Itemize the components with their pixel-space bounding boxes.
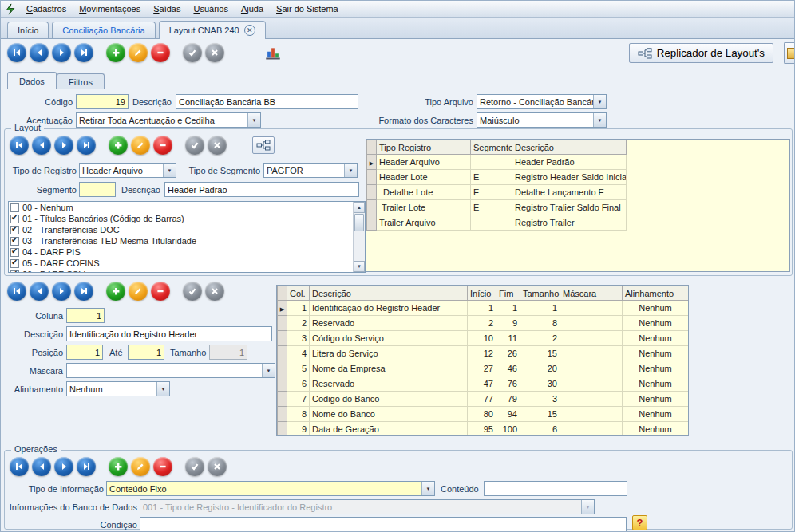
column-header[interactable]: Descrição xyxy=(512,140,627,155)
list-item[interactable]: 02 - Transferências DOC xyxy=(9,224,365,235)
main-nav-first-button[interactable] xyxy=(7,43,26,62)
segmento-input[interactable] xyxy=(79,182,116,197)
main-nav-next-button[interactable] xyxy=(52,43,71,62)
layout-confirm-button[interactable] xyxy=(185,136,204,155)
list-item[interactable]: 01 - Títulos Bancários (Código de Barras… xyxy=(9,213,365,224)
table-row[interactable]: Trailer ArquivoRegistro Trailer xyxy=(367,215,627,231)
table-row[interactable]: 6Reservado477630Nenhum xyxy=(278,376,689,392)
tab-conciliacao-bancaria[interactable]: Conciliação Bancária xyxy=(52,22,155,38)
layout-delete-button[interactable] xyxy=(153,136,172,155)
col-descricao-input[interactable] xyxy=(66,326,272,341)
column-header[interactable]: Segmento xyxy=(471,140,512,155)
conteudo-input[interactable] xyxy=(484,481,627,496)
tipo-segmento-combo[interactable]: PAGFOR xyxy=(263,163,358,178)
table-row[interactable]: Trailer LoteERegistro Tralier Saldo Fina… xyxy=(367,200,627,215)
menu-cadastros[interactable]: Cadastros xyxy=(20,2,73,15)
tab-close-icon[interactable]: ✕ xyxy=(244,25,255,36)
checkbox[interactable] xyxy=(10,226,19,234)
tab-layout-cnab-240[interactable]: Layout CNAB 240 ✕ xyxy=(159,21,266,39)
operacoes-nav-last-button[interactable] xyxy=(77,457,96,476)
column-header[interactable]: Alinhamento xyxy=(623,286,689,301)
main-delete-button[interactable] xyxy=(151,43,170,62)
scroll-up-icon[interactable] xyxy=(354,202,365,213)
table-row[interactable]: 3Código do Serviço10112Nenhum xyxy=(278,331,689,346)
layout-nav-first-button[interactable] xyxy=(10,136,29,155)
tipo-arquivo-dropdown-icon[interactable] xyxy=(593,95,606,108)
table-row[interactable]: 2Reservado298Nenhum xyxy=(278,316,689,331)
checkbox[interactable] xyxy=(10,237,19,246)
layout-replicate-button[interactable] xyxy=(252,136,275,154)
columns-cancel-button[interactable] xyxy=(205,282,224,301)
checkbox[interactable] xyxy=(10,259,19,268)
layout-add-button[interactable] xyxy=(109,136,128,155)
column-header[interactable]: Fim xyxy=(496,286,520,301)
columns-nav-last-button[interactable] xyxy=(74,282,93,301)
tipo-segmento-dropdown-icon[interactable] xyxy=(344,164,357,177)
acentuacao-dropdown-icon[interactable] xyxy=(247,113,260,127)
tab-inicio[interactable]: Início xyxy=(7,22,49,38)
partial-button[interactable] xyxy=(784,42,794,64)
list-item[interactable]: 04 - DARF PIS xyxy=(9,246,365,258)
menu-ajuda[interactable]: Ajuda xyxy=(235,2,270,15)
column-header[interactable]: Col. xyxy=(287,286,310,301)
replicador-layouts-button[interactable]: Replicador de Layout's xyxy=(629,43,773,63)
main-nav-last-button[interactable] xyxy=(74,43,93,62)
menu-movimentacoes[interactable]: Movimentações xyxy=(73,2,147,15)
table-row[interactable]: Header LoteERegistro Header Saldo Inicia xyxy=(367,170,627,185)
checkbox-list-scrollbar[interactable] xyxy=(353,202,365,272)
table-row[interactable]: 4Litera do Serviço122615Nenhum xyxy=(278,346,689,361)
list-item[interactable]: 06 - DARF CSLL xyxy=(9,269,365,273)
list-item[interactable]: 03 - Transferências TED Mesma Titularida… xyxy=(9,235,365,246)
ate-input[interactable] xyxy=(128,345,164,360)
layout-nav-prev-button[interactable] xyxy=(32,136,51,155)
mascara-combo[interactable] xyxy=(66,363,275,378)
operacoes-cancel-button[interactable] xyxy=(208,457,227,476)
layout-descricao-input[interactable] xyxy=(164,182,359,197)
alinhamento-dropdown-icon[interactable] xyxy=(156,382,169,396)
main-edit-button[interactable] xyxy=(129,43,148,62)
operacoes-nav-next-button[interactable] xyxy=(54,457,73,476)
posicao-input[interactable] xyxy=(66,345,103,360)
operacoes-edit-button[interactable] xyxy=(131,457,150,476)
formato-dropdown-icon[interactable] xyxy=(593,113,606,127)
tipo-registro-dropdown-icon[interactable] xyxy=(163,164,176,177)
columns-nav-next-button[interactable] xyxy=(52,282,71,301)
operacoes-nav-first-button[interactable] xyxy=(10,457,29,476)
acentuacao-combo[interactable]: Retirar Toda Acentuação e Cedilha xyxy=(76,112,261,128)
checkbox[interactable] xyxy=(10,215,19,223)
scroll-down-icon[interactable] xyxy=(354,261,365,272)
table-row[interactable]: 5Nome da Empresa274620Nenhum xyxy=(278,361,689,376)
operacoes-confirm-button[interactable] xyxy=(185,457,204,476)
main-cancel-button[interactable] xyxy=(205,43,224,62)
columns-add-button[interactable] xyxy=(106,282,125,301)
column-header[interactable]: Máscara xyxy=(560,286,623,301)
operacoes-add-button[interactable] xyxy=(109,457,128,476)
codigo-input[interactable] xyxy=(76,94,129,109)
columns-nav-first-button[interactable] xyxy=(7,282,26,301)
table-row[interactable]: Detalhe LoteEDetalhe Lançamento E xyxy=(367,185,627,200)
main-add-button[interactable] xyxy=(106,43,125,62)
checkbox[interactable] xyxy=(10,203,19,212)
list-item[interactable]: 05 - DARF COFINS xyxy=(9,258,365,269)
column-header[interactable]: Tipo Registro xyxy=(377,140,471,155)
columns-nav-prev-button[interactable] xyxy=(30,282,49,301)
alinhamento-combo[interactable]: Nenhum xyxy=(66,381,170,396)
page-tab-dados[interactable]: Dados xyxy=(7,72,57,89)
page-tab-filtros[interactable]: Filtros xyxy=(57,73,105,89)
layout-cancel-button[interactable] xyxy=(208,136,227,155)
checkbox[interactable] xyxy=(10,248,19,257)
table-row[interactable]: 1Identificação do Registro Header111Nenh… xyxy=(278,301,689,316)
mascara-dropdown-icon[interactable] xyxy=(262,364,275,377)
condicao-input[interactable] xyxy=(140,517,627,532)
chart-icon[interactable] xyxy=(263,43,283,62)
menu-sair-do-sistema[interactable]: Sair do Sistema xyxy=(270,2,345,15)
list-item[interactable]: 00 - Nenhum xyxy=(9,202,365,213)
main-nav-prev-button[interactable] xyxy=(30,43,49,62)
columns-confirm-button[interactable] xyxy=(183,282,202,301)
scroll-thumb[interactable] xyxy=(354,214,364,231)
layout-nav-last-button[interactable] xyxy=(77,136,96,155)
checkbox[interactable] xyxy=(10,270,19,274)
column-header[interactable]: Descrição xyxy=(310,286,468,301)
columns-delete-button[interactable] xyxy=(151,282,170,301)
columns-edit-button[interactable] xyxy=(129,282,148,301)
